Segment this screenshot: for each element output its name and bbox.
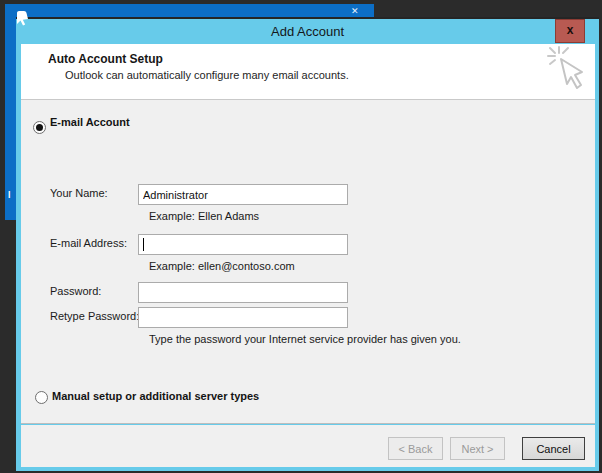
email-address-label: E-mail Address: <box>50 237 127 249</box>
your-name-hint: Example: Ellen Adams <box>149 210 259 222</box>
retype-password-label: Retype Password: <box>50 310 139 322</box>
mouse-cursor <box>17 11 29 30</box>
back-button[interactable]: < Back <box>388 437 443 460</box>
add-account-dialog: Add Account x Auto Account Setup Outlook… <box>16 17 599 471</box>
auto-setup-cursor-spark-icon <box>545 46 585 102</box>
dialog-body: E-mail Account Your Name: Example: Ellen… <box>21 100 595 424</box>
email-address-input[interactable] <box>138 234 348 255</box>
dialog-header: Auto Account Setup Outlook can automatic… <box>21 44 595 100</box>
password-help-text: Type the password your Internet service … <box>149 333 461 345</box>
dialog-close-button[interactable]: x <box>555 19 585 43</box>
password-input[interactable] <box>138 282 348 303</box>
header-subtitle: Outlook can automatically configure many… <box>65 69 349 81</box>
radio-manual-setup-label[interactable]: Manual setup or additional server types <box>52 390 259 402</box>
next-button[interactable]: Next > <box>450 437 505 460</box>
email-address-hint: Example: ellen@contoso.com <box>149 260 295 272</box>
password-label: Password: <box>50 285 101 297</box>
your-name-label: Your Name: <box>50 187 108 199</box>
dialog-title: Add Account <box>16 19 599 45</box>
radio-email-account[interactable] <box>33 121 46 134</box>
text-caret <box>143 238 144 251</box>
radio-manual-setup[interactable] <box>35 391 48 404</box>
cancel-button[interactable]: Cancel <box>522 437 585 460</box>
background-window-close-icon[interactable]: ✕ <box>351 7 359 16</box>
your-name-input[interactable] <box>138 184 348 205</box>
header-title: Auto Account Setup <box>48 52 163 66</box>
dialog-titlebar: Add Account x <box>16 19 599 44</box>
desktop: ✕ l Add Account x Auto Account Setup Out… <box>0 0 602 473</box>
retype-password-input[interactable] <box>138 307 348 328</box>
dialog-footer: < Back Next > Cancel <box>21 425 595 467</box>
radio-email-account-label[interactable]: E-mail Account <box>50 116 130 128</box>
background-window-text-fragment: l <box>8 191 11 200</box>
